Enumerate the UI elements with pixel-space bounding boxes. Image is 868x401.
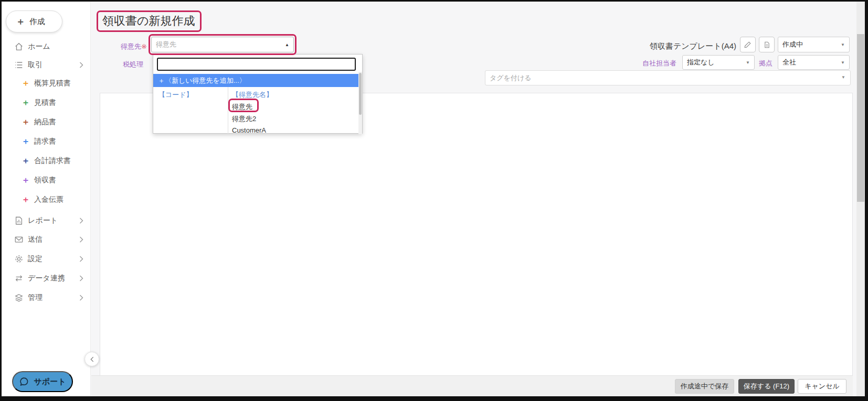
plus-icon: ＋ [22, 176, 30, 185]
sidebar-item-label: レポート [28, 216, 58, 225]
customer-option-1[interactable]: 得意先 [232, 102, 252, 112]
name-column-header: 【得意先名】 [232, 90, 273, 100]
tax-label: 税処理 [104, 60, 143, 69]
sidebar-item-home[interactable]: ホーム [2, 40, 91, 53]
plus-icon: ＋ [22, 79, 30, 88]
chevron-right-icon [79, 218, 83, 224]
customer-select[interactable]: 得意先 ▲ [151, 37, 294, 52]
customer-dropdown-panel: ＋〈新しい得意先を追加...〉 【コード】 【得意先名】 得意先 得意先2 Cu… [153, 54, 363, 134]
sidebar-item-label: ホーム [28, 42, 50, 51]
code-column-header: 【コード】 [158, 90, 193, 100]
sidebar-collapse-button[interactable] [84, 352, 99, 366]
sidebar-item-estimate[interactable]: ＋ 見積書 [2, 96, 91, 110]
caret-down-icon: ▼ [746, 60, 750, 65]
sidebar-item-data-link[interactable]: データ連携 [2, 272, 91, 285]
status-select[interactable]: 作成中 ▼ [778, 37, 850, 52]
create-button[interactable]: ＋ 作成 [6, 10, 62, 32]
sidebar-item-rough-estimate[interactable]: ＋ 概算見積書 [2, 77, 91, 90]
document-icon [764, 41, 770, 48]
create-button-label: 作成 [29, 17, 45, 27]
gear-icon [14, 254, 24, 264]
sidebar-item-label: 合計請求書 [34, 156, 71, 166]
caret-down-icon: ▼ [841, 60, 845, 65]
save-button[interactable]: 保存する (F12) [738, 379, 795, 394]
report-icon [14, 216, 24, 225]
template-label: 領収書テンプレート(A4) [631, 41, 736, 51]
column-divider [228, 87, 228, 134]
add-new-customer-option[interactable]: ＋〈新しい得意先を追加...〉 [153, 74, 359, 87]
customer-select-value: 得意先 [156, 40, 283, 49]
required-mark: ※ [141, 42, 147, 50]
plus-icon: ＋ [22, 137, 30, 146]
sidebar: ＋ 作成 ホーム 取引 ＋ 概算見積書 ＋ 見積書 ＋ [2, 2, 91, 396]
sidebar-item-label: 概算見積書 [34, 79, 71, 88]
footer-bar: 作成途中で保存 保存する (F12) キャンセル [91, 375, 853, 396]
sidebar-item-label: 送信 [28, 235, 43, 244]
preview-template-button[interactable] [759, 37, 775, 52]
list-icon [14, 60, 24, 70]
sidebar-item-label: 取引 [28, 60, 43, 70]
cancel-button[interactable]: キャンセル [798, 379, 846, 394]
sidebar-item-delivery-slip[interactable]: ＋ 納品書 [2, 115, 91, 129]
caret-up-icon: ▲ [285, 42, 289, 47]
branch-select-value: 全社 [782, 58, 839, 67]
pencil-icon [744, 41, 751, 48]
sidebar-item-label: 管理 [28, 293, 43, 302]
sidebar-item-label: 見積書 [34, 98, 56, 107]
page-scrollbar[interactable] [856, 2, 865, 396]
chevron-left-icon [90, 356, 94, 362]
plus-icon: ＋ [22, 157, 30, 165]
screenshot-frame: ＋ 作成 ホーム 取引 ＋ 概算見積書 ＋ 見積書 ＋ [0, 0, 868, 401]
chevron-right-icon [79, 62, 83, 68]
staff-label: 自社担当者 [642, 59, 676, 68]
chevron-right-icon [79, 236, 83, 243]
status-select-value: 作成中 [782, 40, 839, 49]
sidebar-item-receipt[interactable]: ＋ 領収書 [2, 174, 91, 187]
sidebar-item-label: データ連携 [28, 274, 65, 283]
sidebar-item-label: 領収書 [34, 176, 56, 185]
home-icon [14, 42, 24, 51]
plus-icon: ＋ [22, 99, 30, 107]
chat-bubble-icon [19, 376, 29, 387]
transfer-arrows-icon [14, 274, 24, 283]
app-screen: ＋ 作成 ホーム 取引 ＋ 概算見積書 ＋ 見積書 ＋ [2, 2, 865, 396]
tag-input[interactable] [485, 70, 851, 85]
mail-icon [14, 235, 24, 244]
staff-select-value: 指定なし [687, 58, 744, 67]
support-button[interactable]: サポート [12, 371, 73, 392]
edit-template-button[interactable] [740, 37, 756, 52]
sidebar-item-deposit-slip[interactable]: ＋ 入金伝票 [2, 193, 91, 207]
customer-search-input[interactable] [157, 58, 356, 71]
chevron-right-icon [79, 295, 83, 301]
receipt-form-card [100, 93, 853, 396]
staff-select[interactable]: 指定なし ▼ [682, 55, 755, 70]
sidebar-item-admin[interactable]: 管理 [2, 291, 91, 305]
support-button-label: サポート [34, 377, 66, 387]
plus-icon: ＋ [22, 196, 30, 204]
sidebar-item-label: 納品書 [34, 117, 56, 127]
sidebar-item-total-invoice[interactable]: ＋ 合計請求書 [2, 154, 91, 168]
branch-label: 拠点 [759, 59, 772, 68]
sidebar-item-transactions[interactable]: 取引 [2, 58, 91, 72]
plus-icon: ＋ [22, 118, 30, 126]
customer-option-3[interactable]: CustomerA [232, 126, 266, 134]
customer-option-2[interactable]: 得意先2 [232, 114, 256, 124]
sidebar-item-label: 入金伝票 [34, 195, 63, 204]
chevron-right-icon [79, 275, 83, 281]
layers-icon [14, 293, 24, 302]
sidebar-item-report[interactable]: レポート [2, 214, 91, 227]
page-title: 領収書の新規作成 [102, 13, 195, 29]
customer-label: 得意先※ [104, 42, 147, 51]
tag-caret-down-icon[interactable]: ▼ [841, 75, 845, 80]
sidebar-item-label: 請求書 [34, 137, 56, 146]
dropdown-scrollbar[interactable] [358, 72, 362, 134]
sidebar-item-send[interactable]: 送信 [2, 233, 91, 246]
plus-icon: ＋ [16, 15, 25, 28]
caret-down-icon: ▼ [841, 42, 845, 47]
save-draft-button[interactable]: 作成途中で保存 [675, 379, 734, 394]
sidebar-item-settings[interactable]: 設定 [2, 252, 91, 266]
sidebar-item-invoice[interactable]: ＋ 請求書 [2, 135, 91, 148]
branch-select[interactable]: 全社 ▼ [778, 55, 850, 70]
chevron-right-icon [79, 256, 83, 262]
sidebar-item-label: 設定 [28, 254, 43, 264]
